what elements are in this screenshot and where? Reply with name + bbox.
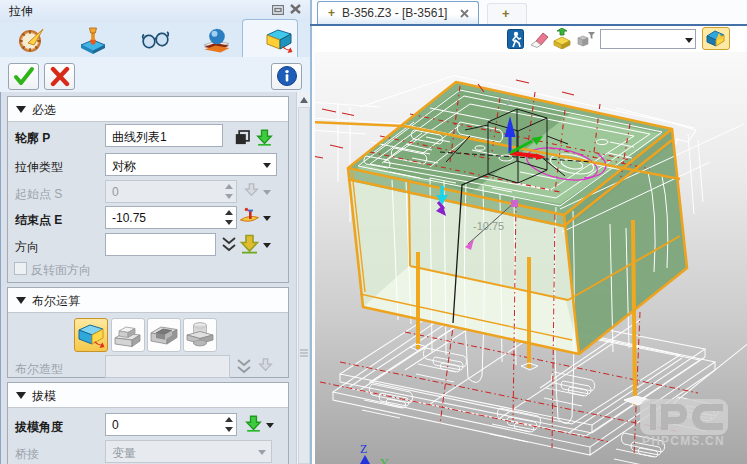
svg-text:PHPCMS.CN: PHPCMS.CN xyxy=(642,434,725,448)
svg-text:Y: Y xyxy=(380,456,389,464)
svg-text:-10.75: -10.75 xyxy=(473,220,504,232)
svg-text:Z: Z xyxy=(360,442,367,456)
svg-text:Z: Z xyxy=(506,96,512,107)
